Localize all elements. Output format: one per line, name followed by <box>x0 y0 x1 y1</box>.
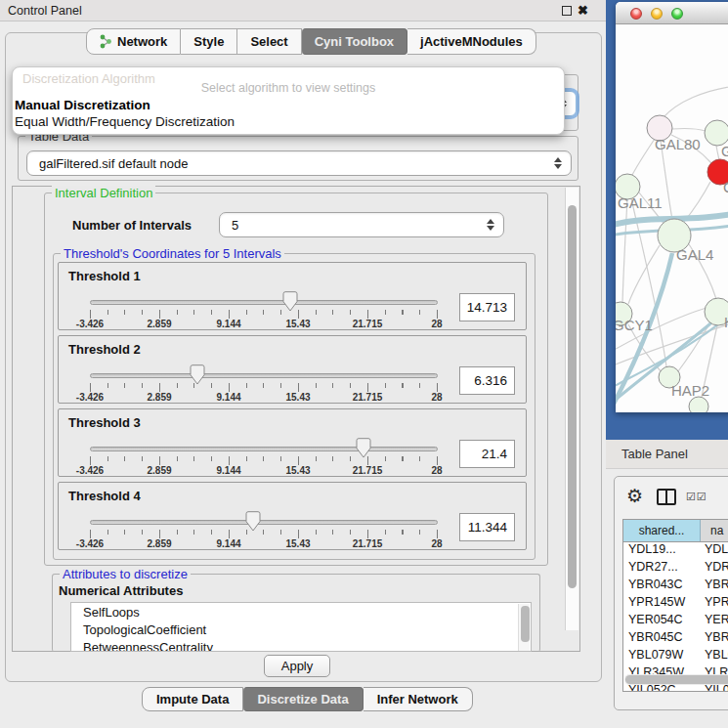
scrollbar-thumb[interactable] <box>568 205 577 588</box>
cell[interactable]: YER0 <box>701 613 728 630</box>
tick-label: -3.426 <box>76 319 104 329</box>
network-canvas[interactable]: GAL80 GA C GAL11 GAL4 GCY1 H HAP2 <box>616 24 728 412</box>
tick-label: 21.715 <box>353 465 383 476</box>
slider-ticks-major <box>90 530 439 538</box>
node-label: GAL11 <box>618 194 663 211</box>
cell[interactable]: YDL19... <box>623 542 701 560</box>
slider-thumb[interactable] <box>356 438 371 458</box>
table-panel-title: Table Panel <box>621 447 688 461</box>
scrollbar-thumb[interactable] <box>625 675 728 684</box>
tab-select[interactable]: Select <box>237 28 301 55</box>
gear-icon[interactable]: ⚙ <box>626 487 643 505</box>
cell[interactable]: YBL0 <box>701 648 728 665</box>
node-partial[interactable] <box>689 397 708 412</box>
threshold-2-box: Threshold 2 -3.426 2.859 9.144 15.43 21.… <box>58 335 527 404</box>
number-of-intervals-combo[interactable]: 5 <box>219 212 504 237</box>
tab-label: jActiveMNodules <box>420 34 523 49</box>
node-attribute-table[interactable]: shared... na YDL19...YDL1 YDR27...YDR2 Y… <box>622 519 728 692</box>
list-item[interactable]: BetweennessCentrality <box>71 638 531 652</box>
slider-track[interactable] <box>90 373 438 378</box>
interval-definition-title: Interval Definition <box>52 186 155 200</box>
slider-thumb[interactable] <box>245 511 261 532</box>
cell[interactable]: YDL1 <box>701 542 728 560</box>
close-traffic-light-icon[interactable] <box>630 8 642 20</box>
threshold-value-field[interactable]: 14.713 <box>459 293 515 321</box>
scrollbar-thumb[interactable] <box>521 606 530 642</box>
number-of-intervals-value: 5 <box>232 218 238 233</box>
table-data-combo[interactable]: galFiltered.sif default node <box>26 150 572 176</box>
table-row[interactable]: YPR145WYPR1 <box>623 595 728 613</box>
cell[interactable]: YDR27... <box>623 560 701 578</box>
tick-label: 9.144 <box>216 538 240 549</box>
list-scrollbar[interactable] <box>518 604 530 652</box>
checkboxes-icon[interactable]: ☑☑ <box>686 491 707 503</box>
tick-label: -3.426 <box>76 465 104 476</box>
node-label: H <box>724 314 728 330</box>
split-columns-icon[interactable] <box>657 489 676 505</box>
tab-label: Infer Network <box>377 692 458 707</box>
threshold-value-field[interactable]: 6.316 <box>459 366 515 395</box>
table-row[interactable]: YDL19...YDL1 <box>623 542 728 560</box>
slider-track[interactable] <box>90 300 438 305</box>
cell[interactable]: YBL079W <box>623 648 701 665</box>
slider-ticks-major <box>90 310 439 319</box>
slider-track[interactable] <box>90 447 438 451</box>
zoom-traffic-light-icon[interactable] <box>671 8 683 20</box>
network-window[interactable]: GAL80 GA C GAL11 GAL4 GCY1 H HAP2 <box>616 2 728 412</box>
float-window-icon[interactable] <box>562 6 572 16</box>
column-header-name[interactable]: na <box>701 520 728 541</box>
node-label: GAL80 <box>655 136 701 152</box>
attributes-group: Attributes to discretize Numerical Attri… <box>52 574 540 652</box>
tab-cyni-toolbox[interactable]: Cyni Toolbox <box>302 28 407 55</box>
tick-label: 15.43 <box>285 319 310 329</box>
minimize-traffic-light-icon[interactable] <box>651 8 663 20</box>
tick-label: 9.144 <box>216 319 240 329</box>
tab-infer-network[interactable]: Infer Network <box>364 687 473 711</box>
apply-button[interactable]: Apply <box>264 655 330 677</box>
slider-thumb[interactable] <box>190 364 205 385</box>
cell[interactable]: YDR2 <box>701 560 728 578</box>
dropdown-prompt: Select algorithm to view settings <box>13 81 564 95</box>
dropdown-option-manual[interactable]: Manual Discretization <box>15 98 150 112</box>
threshold-value-field[interactable]: 11.344 <box>459 513 515 541</box>
cell[interactable]: YBR043C <box>623 578 701 595</box>
slider-ticks-major <box>90 456 439 465</box>
list-item[interactable]: SelfLoops <box>71 603 531 621</box>
tick-label: 21.715 <box>353 319 383 329</box>
list-item[interactable]: TopologicalCoefficient <box>71 621 531 638</box>
vertical-scrollbar[interactable] <box>565 188 578 630</box>
threshold-value-field[interactable]: 21.4 <box>459 440 515 468</box>
table-row[interactable]: YDR27...YDR2 <box>623 560 728 578</box>
tab-label: Cyni Toolbox <box>315 34 394 49</box>
slider-thumb[interactable] <box>282 291 298 312</box>
close-icon[interactable]: ✖ <box>578 3 588 18</box>
cell[interactable]: YBR0 <box>701 578 728 595</box>
column-header-shared[interactable]: shared... <box>623 520 701 541</box>
tab-label: Network <box>117 34 167 49</box>
tab-jactivemnodules[interactable]: jActiveMNodules <box>407 28 536 55</box>
slider-track[interactable] <box>90 520 438 525</box>
table-row[interactable]: YBR045CYBR0 <box>623 630 728 648</box>
dropdown-option-equal-width[interactable]: Equal Width/Frequency Discretization <box>15 114 235 129</box>
table-row[interactable]: YER054CYER0 <box>623 613 728 630</box>
tab-discretize-data[interactable]: Discretize Data <box>243 687 363 711</box>
threshold-4-box: Threshold 4 -3.426 2.859 9.144 15.43 21.… <box>58 482 527 550</box>
cell[interactable]: YBR0 <box>701 630 728 648</box>
cell[interactable]: YER054C <box>623 613 701 630</box>
tab-style[interactable]: Style <box>181 28 237 55</box>
tab-impute-data[interactable]: Impute Data <box>142 687 243 711</box>
table-data-value: galFiltered.sif default node <box>39 156 188 171</box>
tick-label: -3.426 <box>76 392 104 403</box>
tab-network[interactable]: Network <box>86 28 181 55</box>
horizontal-scrollbar[interactable] <box>624 674 728 685</box>
threshold-1-box: Threshold 1 -3.426 2.859 9.144 15.43 21.… <box>58 262 527 330</box>
table-panel-header: Table Panel <box>606 440 728 469</box>
numerical-attributes-list[interactable]: SelfLoops TopologicalCoefficient Between… <box>70 602 532 652</box>
tick-label: 9.144 <box>216 392 240 403</box>
cell[interactable]: YBR045C <box>623 630 701 648</box>
slider-ticks-major <box>90 383 439 392</box>
cell[interactable]: YPR1 <box>701 595 728 613</box>
cell[interactable]: YPR145W <box>623 595 701 613</box>
table-row[interactable]: YBL079WYBL0 <box>623 648 728 665</box>
table-row[interactable]: YBR043CYBR0 <box>623 578 728 595</box>
